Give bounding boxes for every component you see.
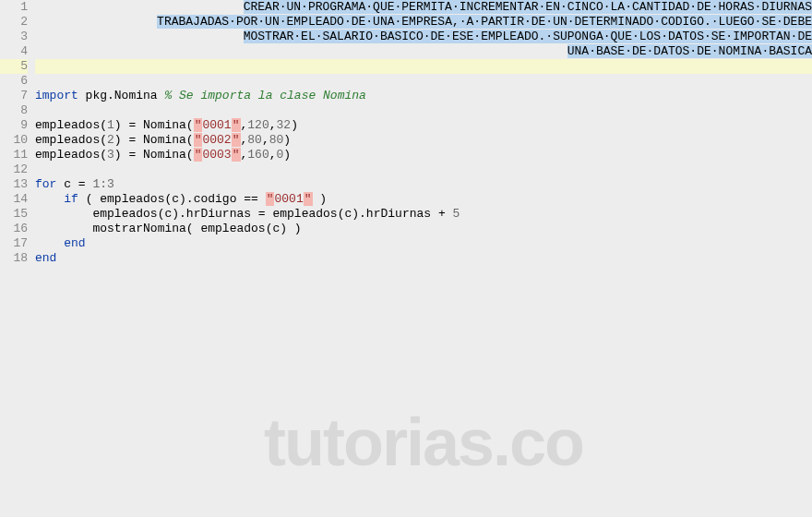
selected-text: MOSTRAR·EL·SALARIO·BASICO·DE·ESE·EMPLEAD… (244, 30, 812, 43)
line-number: 4 (0, 44, 28, 59)
code-line[interactable]: CREAR·UN·PROGRAMA·QUE·PERMITA·INCREMENTA… (35, 0, 812, 15)
code-line[interactable]: import pkg.Nomina % Se importa la clase … (35, 89, 812, 103)
line-number: 12 (0, 162, 28, 177)
selected-text: CREAR·UN·PROGRAMA·QUE·PERMITA·INCREMENTA… (244, 0, 812, 14)
code-line[interactable]: for c = 1:3 (35, 177, 812, 192)
code-line[interactable]: TRABAJADAS·POR·UN·EMPLEADO·DE·UNA·EMPRES… (35, 15, 812, 30)
selected-text: UNA·BASE·DE·DATOS·DE·NOMINA·BASICA (567, 44, 812, 58)
line-number: 15 (0, 207, 28, 222)
line-number: 10 (0, 133, 28, 148)
code-line[interactable]: UNA·BASE·DE·DATOS·DE·NOMINA·BASICA (35, 44, 812, 59)
code-line[interactable] (35, 103, 812, 118)
code-line[interactable] (35, 74, 812, 89)
code-line[interactable]: end (35, 236, 812, 251)
line-number-gutter: 1 2 3 4 5 6 7 8 9 10 11 12 13 14 15 16 1… (0, 0, 35, 517)
line-number: 17 (0, 236, 28, 251)
code-line[interactable]: end (35, 251, 812, 266)
line-number: 11 (0, 148, 28, 162)
code-line[interactable] (35, 162, 812, 177)
code-area[interactable]: CREAR·UN·PROGRAMA·QUE·PERMITA·INCREMENTA… (35, 0, 812, 517)
line-number: 5 (0, 59, 28, 74)
line-number: 13 (0, 177, 28, 192)
code-line[interactable]: empleados(1) = Nomina("0001",120,32) (35, 118, 812, 133)
line-number: 2 (0, 15, 28, 30)
code-line[interactable]: mostrarNomina( empleados(c) ) (35, 222, 812, 236)
line-number: 8 (0, 103, 28, 118)
line-number: 7 (0, 89, 28, 103)
line-number: 18 (0, 251, 28, 266)
code-line[interactable]: empleados(3) = Nomina("0003",160,0) (35, 148, 812, 162)
code-editor[interactable]: 1 2 3 4 5 6 7 8 9 10 11 12 13 14 15 16 1… (0, 0, 812, 517)
code-line[interactable]: empleados(c).hrDiurnas = empleados(c).hr… (35, 207, 812, 222)
selected-text: TRABAJADAS·POR·UN·EMPLEADO·DE·UNA·EMPRES… (157, 15, 812, 29)
keyword: import (35, 89, 78, 102)
watermark: tutorias.co (35, 404, 812, 480)
text: pkg.Nomina (78, 89, 165, 102)
line-number: 9 (0, 118, 28, 133)
comment: % Se importa la clase Nomina (164, 89, 365, 102)
line-number: 1 (0, 0, 28, 15)
line-number: 6 (0, 74, 28, 89)
line-number: 16 (0, 222, 28, 236)
code-line[interactable]: if ( empleados(c).codigo == "0001" ) (35, 192, 812, 207)
code-line[interactable]: empleados(2) = Nomina("0002",80,80) (35, 133, 812, 148)
code-line-current[interactable] (35, 59, 812, 74)
line-number: 14 (0, 192, 28, 207)
code-line[interactable]: MOSTRAR·EL·SALARIO·BASICO·DE·ESE·EMPLEAD… (35, 30, 812, 44)
line-number: 3 (0, 30, 28, 44)
